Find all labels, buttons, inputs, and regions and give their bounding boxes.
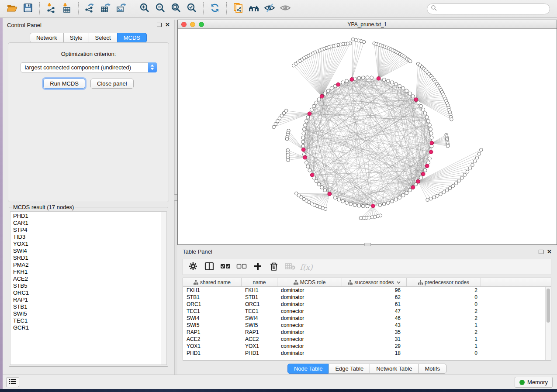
mcds-result-item[interactable]: CAR1: [13, 220, 166, 227]
trash-icon: [270, 262, 278, 272]
column-header-predecessor-nodes[interactable]: predecessor nodes: [407, 278, 481, 286]
float-panel-icon[interactable]: [539, 250, 543, 254]
table-row[interactable]: ORC1ORC1dominator610: [183, 301, 545, 308]
table-row[interactable]: PHD1PHD1dominator180: [183, 350, 545, 357]
close-panel-button[interactable]: Close panel: [90, 79, 134, 89]
import-table-button[interactable]: [59, 1, 75, 16]
mcds-result-item[interactable]: SWI4: [13, 248, 166, 254]
cell-name: ORC1: [242, 301, 277, 308]
first-neighbors-button[interactable]: [246, 1, 262, 16]
mcds-result-item[interactable]: YOX1: [13, 241, 166, 248]
column-header-successor-nodes[interactable]: successor nodes: [342, 278, 407, 286]
table-row[interactable]: SWI4SWI4dominator462: [183, 315, 545, 322]
table-row[interactable]: RAP1RAP1dominator352: [183, 329, 545, 336]
select-all-icon: [220, 263, 231, 272]
tab-edge-table[interactable]: Edge Table: [329, 364, 370, 374]
tab-mcds[interactable]: MCDS: [117, 33, 147, 43]
zoom-in-button[interactable]: [137, 1, 152, 16]
refresh-button[interactable]: [207, 1, 223, 16]
tab-select[interactable]: Select: [89, 33, 118, 43]
zoom-in-icon: [139, 3, 150, 15]
mcds-result-item[interactable]: GCR1: [13, 324, 166, 331]
mcds-result-item[interactable]: ORC1: [13, 289, 166, 296]
import-network-icon: [46, 3, 56, 15]
close-panel-icon[interactable]: ✕: [547, 250, 552, 254]
network-graph[interactable]: [178, 29, 557, 244]
mcds-result-item[interactable]: SRD1: [13, 254, 166, 261]
tab-network-table[interactable]: Network Table: [370, 364, 419, 374]
mcds-result-item[interactable]: TEC1: [13, 317, 166, 324]
table-row[interactable]: ACE2ACE2connector311: [183, 336, 545, 343]
table-settings-button[interactable]: [187, 261, 200, 274]
export-table-icon-button[interactable]: [98, 1, 114, 16]
mcds-result-item[interactable]: FKH1: [13, 268, 166, 275]
import-network-button[interactable]: [43, 1, 59, 16]
mcds-result-item[interactable]: ACE2: [13, 275, 166, 282]
horizontal-splitter-grip[interactable]: [364, 243, 371, 246]
tab-style[interactable]: Style: [63, 33, 89, 43]
add-column-button[interactable]: [251, 261, 264, 274]
column-header-shared-name[interactable]: shared name: [183, 278, 242, 286]
table-row[interactable]: SWI5SWI5connector431: [183, 322, 545, 329]
mcds-result-item[interactable]: STB5: [13, 282, 166, 289]
mcds-result-item[interactable]: TID3: [13, 234, 166, 241]
optimization-criterion-select[interactable]: largest connected component (undirected): [21, 62, 157, 72]
table-row[interactable]: YOX1YOX1connector291: [183, 343, 545, 350]
memory-status-icon: [519, 380, 525, 385]
mcds-result-item[interactable]: STB1: [13, 303, 166, 310]
tab-motifs[interactable]: Motifs: [418, 364, 446, 374]
cell-predecessor-nodes: 1: [407, 336, 481, 343]
table-row[interactable]: STB1STB1dominator620: [183, 294, 545, 301]
open-folder-icon: [7, 3, 18, 14]
table-scrollbar[interactable]: [545, 287, 551, 360]
run-mcds-button[interactable]: Run MCDS: [43, 79, 85, 89]
close-panel-icon[interactable]: ✕: [165, 23, 170, 27]
main-toolbar: [0, 0, 557, 18]
cell-predecessor-nodes: 2: [407, 287, 481, 294]
tab-network[interactable]: Network: [30, 33, 64, 43]
zoom-out-button[interactable]: [152, 1, 168, 16]
hide-selected-eye-icon: [264, 3, 275, 14]
toolbar-separator: [78, 2, 79, 15]
mcds-result-item[interactable]: STP4: [13, 227, 166, 234]
show-columns-button[interactable]: [203, 261, 216, 274]
cell-mcds-role: dominator: [277, 301, 342, 308]
network-canvas[interactable]: [178, 29, 557, 244]
export-network-button[interactable]: [82, 1, 98, 16]
status-bar: Memory: [3, 375, 557, 389]
table-row[interactable]: FKH1FKH1dominator962: [183, 287, 545, 294]
tab-node-table[interactable]: Node Table: [287, 364, 329, 374]
zoom-selected-button[interactable]: [184, 1, 200, 16]
scrollbar-thumb[interactable]: [547, 289, 550, 323]
cell-predecessor-nodes: 1: [407, 343, 481, 350]
cell-successor-nodes: 35: [342, 329, 407, 336]
deselect-all-button[interactable]: [235, 261, 248, 274]
cell-name: SWI4: [242, 315, 277, 322]
column-header-mcds-role[interactable]: MCDS role: [277, 278, 342, 286]
table-row[interactable]: TEC1TEC1connector472: [183, 308, 545, 315]
save-session-button[interactable]: [20, 1, 36, 16]
search-input[interactable]: [437, 6, 546, 12]
show-task-history-button[interactable]: [6, 377, 19, 387]
show-all-button[interactable]: [277, 1, 293, 16]
mcds-result-list[interactable]: PHD1CAR1STP4TID3YOX1SWI4SRD1PMA2FKH1ACE2…: [10, 211, 167, 365]
memory-label: Memory: [527, 379, 548, 385]
column-header-name[interactable]: name: [242, 278, 277, 286]
hide-selected-button[interactable]: [262, 1, 277, 16]
mcds-list-scrollbar[interactable]: [161, 212, 166, 364]
zoom-fit-button[interactable]: [168, 1, 184, 16]
select-all-button[interactable]: [219, 261, 232, 274]
mcds-result-item[interactable]: RAP1: [13, 296, 166, 303]
mcds-result-item[interactable]: PHD1: [13, 213, 166, 220]
export-image-button[interactable]: [114, 1, 129, 16]
mcds-result-group: MCDS result (17 nodes) PHD1CAR1STP4TID3Y…: [9, 204, 168, 367]
open-session-button[interactable]: [4, 1, 20, 16]
memory-button[interactable]: Memory: [515, 377, 553, 388]
duplicate-network-button[interactable]: [230, 1, 246, 16]
network-view-window: YPA_prune.txt_1: [177, 20, 557, 245]
mcds-result-item[interactable]: PMA2: [13, 261, 166, 268]
mcds-result-item[interactable]: SWI5: [13, 310, 166, 317]
delete-column-button[interactable]: [267, 261, 280, 274]
float-panel-icon[interactable]: [157, 23, 162, 27]
toolbar-separator: [133, 2, 133, 15]
